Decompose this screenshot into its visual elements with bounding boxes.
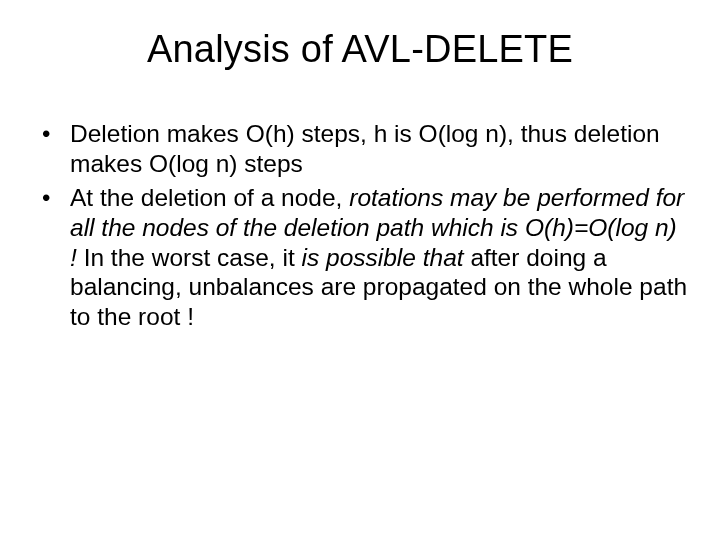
list-item: Deletion makes O(h) steps, h is O(log n)… [36, 119, 690, 179]
bullet-text-italic: is possible that [302, 244, 471, 271]
bullet-list: Deletion makes O(h) steps, h is O(log n)… [30, 119, 690, 332]
bullet-text: At the deletion of a node, [70, 184, 349, 211]
list-item: At the deletion of a node, rotations may… [36, 183, 690, 332]
slide-title: Analysis of AVL-DELETE [30, 28, 690, 71]
bullet-text: Deletion makes O(h) steps, h is O(log n)… [70, 120, 660, 177]
slide: Analysis of AVL-DELETE Deletion makes O(… [0, 0, 720, 540]
bullet-text: In the worst case, it [84, 244, 302, 271]
